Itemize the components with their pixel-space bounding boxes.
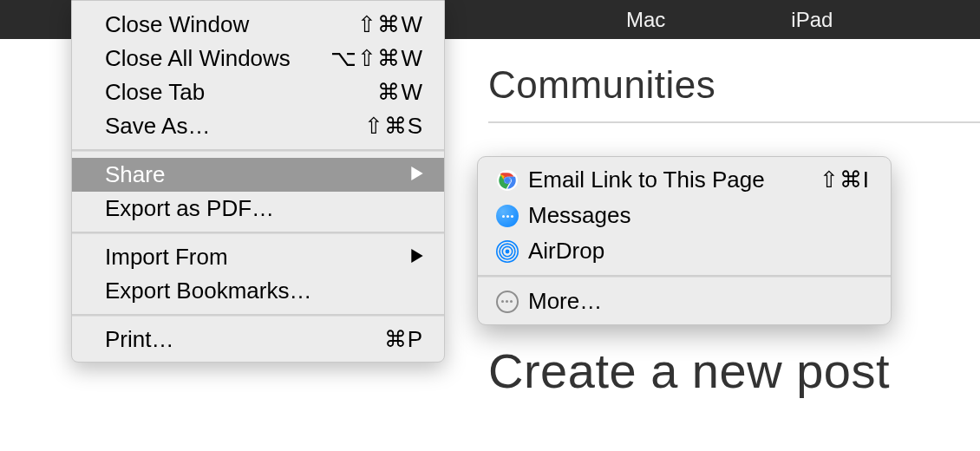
submenu-item-label: Messages (528, 202, 870, 229)
svg-point-4 (506, 249, 510, 253)
section-divider (488, 121, 980, 123)
submenu-item-label: Email Link to This Page (528, 167, 820, 193)
menu-item-import-from[interactable]: Import From (72, 240, 444, 274)
menu-item-export-pdf[interactable]: Export as PDF… (72, 192, 444, 226)
menu-item-close-tab[interactable]: Close Tab ⌘W (72, 75, 444, 109)
menu-item-label: Close Tab (105, 79, 310, 106)
submenu-separator (478, 275, 891, 278)
more-icon (492, 289, 523, 315)
menu-item-label: Export as PDF… (105, 195, 423, 222)
menu-separator (72, 149, 444, 152)
nav-item-ipad[interactable]: iPad (791, 8, 833, 32)
submenu-arrow-icon (411, 247, 423, 267)
menu-item-export-bookmarks[interactable]: Export Bookmarks… (72, 274, 444, 308)
menu-item-shortcut: ⇧⌘W (310, 11, 423, 38)
menu-separator (72, 314, 444, 317)
menu-item-label: Export Bookmarks… (105, 278, 423, 304)
file-menu: Close Window ⇧⌘W Close All Windows ⌥⇧⌘W … (71, 0, 445, 363)
submenu-item-email-link[interactable]: Email Link to This Page ⇧⌘I (478, 162, 891, 198)
nav-item-mac[interactable]: Mac (626, 8, 665, 32)
menu-item-print[interactable]: Print… ⌘P (72, 323, 444, 356)
menu-item-share[interactable]: Share (72, 158, 444, 192)
page-heading: Create a new post (488, 343, 890, 399)
messages-icon (492, 203, 523, 229)
menu-item-close-all-windows[interactable]: Close All Windows ⌥⇧⌘W (72, 42, 444, 75)
menu-separator (72, 232, 444, 234)
menu-item-label: Close All Windows (105, 45, 310, 72)
menu-item-close-window[interactable]: Close Window ⇧⌘W (72, 8, 444, 42)
menu-item-label: Import From (105, 244, 411, 271)
page-content: Communities (488, 39, 980, 123)
submenu-item-airdrop[interactable]: AirDrop (478, 233, 891, 269)
menu-item-shortcut: ⌘P (310, 326, 423, 353)
submenu-item-shortcut: ⇧⌘I (820, 167, 870, 193)
menu-item-shortcut: ⇧⌘S (310, 113, 423, 140)
submenu-item-label: AirDrop (528, 238, 870, 265)
chrome-icon (492, 167, 523, 193)
menu-item-label: Save As… (105, 113, 310, 140)
submenu-item-more[interactable]: More… (478, 284, 891, 319)
menu-item-label: Share (105, 161, 411, 188)
submenu-item-messages[interactable]: Messages (478, 198, 891, 233)
section-title: Communities (488, 63, 980, 107)
airdrop-icon (492, 239, 523, 265)
menu-item-label: Close Window (105, 11, 310, 38)
submenu-arrow-icon (411, 165, 423, 185)
menu-item-save-as[interactable]: Save As… ⇧⌘S (72, 109, 444, 143)
share-submenu: Email Link to This Page ⇧⌘I Messages Air… (477, 156, 892, 325)
menu-item-shortcut: ⌘W (310, 79, 423, 106)
submenu-item-label: More… (528, 288, 870, 315)
menu-item-shortcut: ⌥⇧⌘W (310, 45, 423, 72)
svg-point-3 (505, 177, 510, 182)
menu-item-label: Print… (105, 326, 310, 353)
